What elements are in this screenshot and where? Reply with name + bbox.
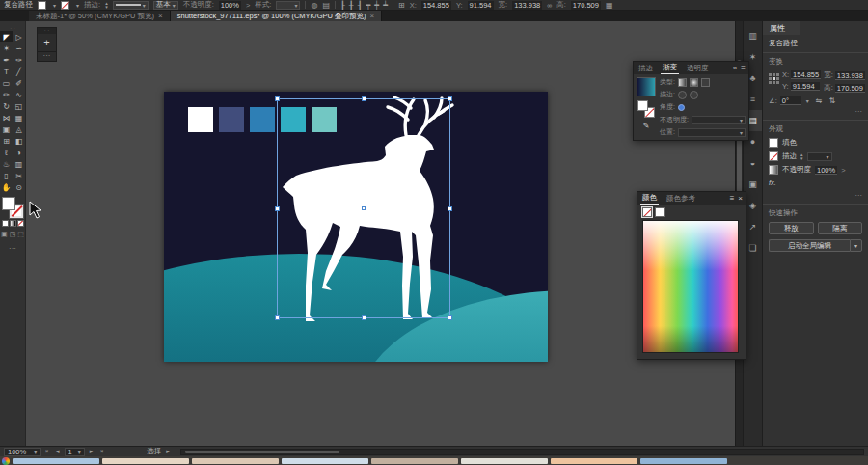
effects-button[interactable]: fx. (769, 178, 776, 187)
pen-tool[interactable]: ✒ (0, 54, 13, 66)
shaper-tool[interactable]: ∿ (13, 89, 25, 100)
align-left-icon[interactable]: ┠ (340, 1, 345, 10)
angle-input[interactable]: 0° (780, 96, 801, 105)
selection-center-point[interactable] (362, 206, 366, 210)
panel-tab[interactable]: 透明度 (685, 63, 711, 74)
horizontal-scrollbar-thumb[interactable] (185, 451, 339, 454)
radial-gradient-icon[interactable] (690, 78, 698, 87)
selection-handle-e[interactable] (448, 206, 452, 211)
selection-tool[interactable]: ◤ (0, 31, 13, 42)
rotate-tool[interactable]: ↻ (0, 100, 13, 112)
isolate-button[interactable]: 隔离 (818, 222, 863, 234)
gradient-location-dropdown[interactable]: ▾ (678, 128, 746, 137)
status-expand-icon[interactable]: ▸ (166, 448, 170, 455)
align-top-icon[interactable]: ┯ (366, 1, 370, 10)
selection-handle-se[interactable] (448, 315, 452, 320)
transform-more-icon[interactable]: ▦ (606, 1, 613, 10)
pencil-tool[interactable]: ✏ (0, 89, 13, 100)
taskbar-window-button[interactable] (192, 458, 279, 464)
align-bottom-icon[interactable]: ┷ (383, 1, 388, 10)
edit-toolbar-dots[interactable]: ··· (0, 244, 25, 253)
selection-handle-n[interactable] (362, 96, 366, 101)
stroke-along-icon[interactable] (690, 91, 698, 99)
y-field[interactable]: 91.594 (468, 1, 494, 10)
gradient-fill-swatch[interactable] (637, 100, 648, 111)
previous-artboard-icon[interactable]: ◂ (56, 448, 60, 455)
slice-tool[interactable]: ✂ (13, 170, 25, 181)
width-field[interactable]: 133.938 (512, 1, 542, 10)
last-artboard-icon[interactable]: ⇥ (97, 448, 103, 455)
selection-handle-nw[interactable] (275, 96, 280, 101)
zoom-level-dropdown[interactable]: 100% ▾ (4, 448, 41, 456)
color-white-swatch[interactable] (655, 207, 665, 217)
panel-tab[interactable]: 颜色 (640, 192, 659, 205)
hand-tool[interactable]: ✋ (0, 181, 13, 193)
mesh-tool[interactable]: ⊞ (0, 135, 13, 147)
lasso-tool[interactable]: ∽ (13, 42, 25, 54)
type-tool[interactable]: T (0, 66, 13, 77)
add-tool-button[interactable]: + (38, 34, 56, 51)
color-spectrum[interactable] (642, 220, 739, 353)
curvature-tool[interactable]: ✑ (13, 54, 25, 66)
drawer-more-dots[interactable]: ··· (38, 51, 56, 61)
recolor-artwork-icon[interactable]: ◍ (311, 1, 317, 10)
align-right-icon[interactable]: ┨ (358, 1, 363, 10)
first-artboard-icon[interactable]: ⇤ (45, 448, 51, 455)
linear-gradient-icon[interactable] (678, 78, 687, 87)
release-button[interactable]: 释放 (769, 222, 814, 234)
stroke-within-icon[interactable] (678, 91, 687, 99)
zoom-tool[interactable]: ⊙ (13, 181, 25, 193)
document-tab[interactable]: 未标题-1* @ 50% (CMYK/GPU 预览) × (29, 11, 171, 21)
opacity-more[interactable]: > (841, 166, 845, 175)
canvas-pasteboard[interactable] (26, 21, 735, 446)
horizontal-scrollbar[interactable] (180, 449, 864, 455)
opacity-more[interactable]: > (246, 1, 250, 10)
artboard[interactable] (164, 92, 548, 362)
eyedropper-tool[interactable]: ℓ (0, 147, 13, 158)
selection-handle-s[interactable] (362, 315, 366, 320)
panel-close-icon[interactable]: × (738, 194, 743, 203)
browser-logo-icon[interactable] (2, 457, 10, 465)
next-artboard-icon[interactable]: ▸ (90, 448, 94, 455)
gradient-stop-icon[interactable] (678, 104, 685, 111)
free-transform-tool[interactable]: ▦ (13, 112, 25, 123)
line-segment-tool[interactable]: ╱ (13, 66, 25, 77)
paintbrush-tool[interactable]: ✐ (13, 77, 25, 89)
taskbar-window-button[interactable] (551, 458, 637, 464)
taskbar-window-button[interactable] (461, 458, 548, 464)
artwork-swatch[interactable] (250, 107, 275, 132)
color-none-swatch[interactable] (642, 207, 652, 217)
selection-bounding-box[interactable] (277, 98, 450, 318)
document-tab[interactable]: shutterstock_977111.eps* @ 100% (CMYK/GP… (171, 11, 382, 21)
height-field[interactable]: 170.509 (571, 1, 601, 10)
selection-handle-w[interactable] (275, 206, 280, 211)
panel-menu-icon[interactable]: ≡ (730, 194, 735, 203)
panel-menu-icon[interactable]: ≡ (741, 64, 746, 72)
appearance-stroke-swatch[interactable] (769, 151, 778, 161)
selection-handle-ne[interactable] (448, 96, 452, 101)
width-tool[interactable]: ⋈ (0, 112, 13, 123)
blend-tool[interactable]: ◑ (13, 147, 25, 158)
stroke-weight-dropdown[interactable]: ▾ (807, 152, 832, 161)
fill-stroke-control[interactable] (2, 197, 23, 218)
column-graph-tool[interactable]: ▥ (13, 158, 25, 170)
artboard-tool[interactable]: ▯ (0, 170, 13, 181)
panel-tab[interactable]: 描边 (637, 63, 655, 74)
perspective-grid-tool[interactable]: ◬ (13, 123, 25, 135)
document-setup-icon[interactable]: ▤ (322, 1, 330, 10)
constrain-proportions-icon[interactable]: ∞ (547, 2, 552, 9)
panel-icon-artboards[interactable]: ▥ (745, 25, 762, 46)
width-input[interactable]: 133.938 (835, 71, 865, 80)
symbol-sprayer-tool[interactable]: ♨ (0, 158, 13, 170)
selection-handle-sw[interactable] (275, 315, 280, 320)
gradient-preview-swatch[interactable] (637, 77, 656, 96)
taskbar-window-button[interactable] (282, 458, 368, 464)
properties-panel-tab[interactable]: 属性 (763, 21, 800, 35)
flip-horizontal-icon[interactable]: ⇋ (816, 96, 823, 105)
gradient-tool[interactable]: ◧ (13, 135, 25, 147)
panel-icon-libraries[interactable]: ❏ (745, 237, 762, 259)
appearance-more-options[interactable]: ··· (769, 191, 862, 200)
taskbar-window-button[interactable] (102, 458, 189, 464)
reference-point-locator[interactable] (769, 73, 779, 84)
flip-vertical-icon[interactable]: ⇅ (829, 96, 836, 105)
